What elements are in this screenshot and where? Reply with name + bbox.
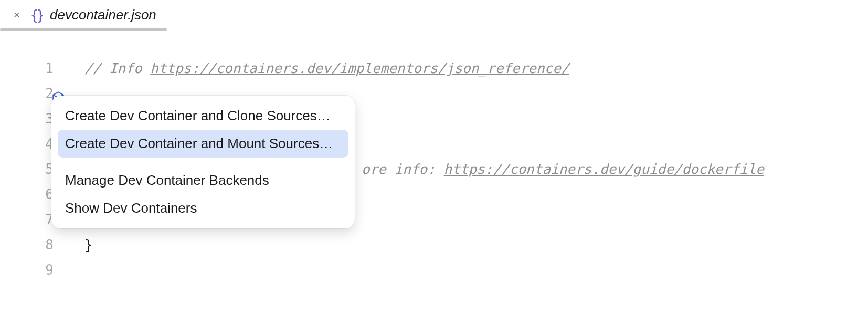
line-number: 5: [0, 157, 54, 182]
menu-create-mount[interactable]: Create Dev Container and Mount Sources…: [58, 130, 348, 158]
context-menu: Create Dev Container and Clone Sources… …: [51, 96, 355, 228]
line-number: 2: [0, 81, 54, 106]
close-icon[interactable]: ×: [9, 9, 24, 21]
line-number: 9: [0, 257, 54, 283]
code-line[interactable]: }: [84, 232, 868, 257]
editor-tab-bar: × {} devcontainer.json: [0, 0, 868, 30]
line-number: 7: [0, 207, 54, 232]
line-number: 3: [0, 106, 54, 131]
menu-separator: [63, 162, 343, 162]
menu-create-clone[interactable]: Create Dev Container and Clone Sources…: [58, 102, 348, 130]
line-number: 1: [0, 56, 54, 81]
code-line[interactable]: [84, 257, 868, 283]
file-tab[interactable]: × {} devcontainer.json: [9, 0, 156, 30]
json-file-icon: {}: [30, 7, 43, 23]
line-number: 8: [0, 232, 54, 257]
line-number: 4: [0, 131, 54, 157]
code-line[interactable]: // Info https://containers.dev/implement…: [84, 56, 868, 81]
menu-show-containers[interactable]: Show Dev Containers: [58, 194, 348, 222]
tab-title: devcontainer.json: [50, 7, 156, 23]
menu-manage-backends[interactable]: Manage Dev Container Backends: [58, 167, 348, 194]
line-number: 6: [0, 182, 54, 207]
